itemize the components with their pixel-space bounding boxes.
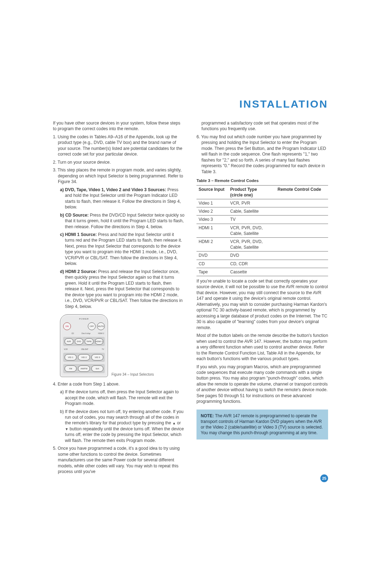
note-text: The AVR 147 remote is preprogrammed to o… (201, 413, 323, 436)
figure-34: POWER ON OFF MUTE CD Disc 6-chgr HDMI 2 (60, 314, 185, 377)
amfm-button-icon: AM/FM (78, 365, 90, 372)
table-row: CDCD, CDR (196, 260, 328, 268)
manual-page: INSTALLATION If you have other source de… (0, 0, 381, 588)
power-label: POWER (63, 317, 105, 320)
step-5: 5. Once you have programmed a code, it's… (53, 445, 185, 474)
two-column-layout: If you have other source devices in your… (53, 118, 328, 477)
step-3c-text: Press and hold the Input Selector until … (65, 232, 182, 266)
table-row: HDMI 1VCR, PVR, DVD, Cable, Satellite (196, 224, 328, 237)
off-button-icon: OFF (88, 322, 96, 330)
step-3: 3. This step places the remote in progra… (53, 167, 185, 184)
step-3b: b) CD Source: Press the DVD/CD Input Sel… (53, 212, 185, 230)
remote-illustration: POWER ON OFF MUTE CD Disc 6-chgr HDMI 2 (60, 314, 108, 377)
vid1-button-icon: VID 1 (65, 354, 77, 360)
step-4b-post: button repeatedly until the device turns… (65, 426, 184, 443)
step-3d: d) HDMI 2 Source: Press and release the … (53, 269, 185, 309)
table-3-title: Table 3 – Remote Control Codes (196, 178, 328, 184)
tiny-hdmi2: HDMI 2 (98, 332, 104, 335)
dvd-button-icon: DVD (75, 338, 84, 345)
table-row: TapeCassette (196, 268, 328, 276)
note-box: NOTE: The AVR 147 remote is preprogramme… (196, 410, 328, 440)
step-5-continued: programmed a satisfactory code set that … (196, 120, 328, 132)
triangle-down-icon: ▼ (65, 427, 68, 431)
step-4: 4. Enter a code from Step 1 above. (53, 381, 185, 387)
step-3b-label: b) CD Source: (60, 213, 89, 218)
tiny-cd: CD (72, 332, 74, 335)
step-3a-label: a) DVD, Tape, Video 1, Video 2 and Video… (60, 187, 166, 192)
th-source-input: Source Input (199, 187, 224, 192)
tiny-tv: TV (102, 348, 104, 351)
table-body: Video 1VCR, PVR Video 2Cable, Satellite … (196, 199, 328, 276)
vid2-button-icon: VID 2 (78, 354, 90, 360)
tiny-cbl: CBL/SAT (81, 348, 88, 351)
paragraph-no-code: If you're unable to locate a code set th… (196, 278, 328, 331)
table-row: Video 2Cable, Satellite (196, 207, 328, 216)
table-row: Video 3TV (196, 216, 328, 224)
th-remote-code: Remote Control Code (278, 187, 321, 192)
page-title: INSTALLATION (239, 97, 328, 111)
step-3d-label: d) HDMI 2 Source: (60, 269, 97, 274)
th-circle-one: (circle one) (230, 193, 253, 198)
figure-caption: Figure 34 – Input Selectors (111, 372, 154, 377)
step-3c-label: c) HDMI 1 Source: (60, 232, 97, 237)
step-4b-pre: b) If the device does not turn off, try … (60, 409, 183, 426)
xm-button-icon: XM (65, 365, 77, 372)
step-3c: c) HDMI 1 Source: Press and hold the Inp… (53, 232, 185, 267)
avr-button-icon: AVR (65, 338, 73, 345)
step-6: 6. You may find out which code number yo… (196, 134, 328, 175)
th-product-type: Product Type (230, 187, 257, 192)
table-row: HDMI 2VCR, PVR, DVD, Cable, Satellite (196, 238, 328, 251)
table-row: DVDDVD (196, 251, 328, 260)
paragraph-macros: If you wish, you may program Macros, whi… (196, 364, 328, 405)
page-number-badge: 25 (320, 474, 328, 482)
step-3a: a) DVD, Tape, Video 1, Video 2 and Video… (53, 187, 185, 210)
intro-paragraph: If you have other source devices in your… (53, 120, 185, 132)
step-2: 2. Turn on your source device. (53, 159, 185, 165)
mute-button-icon: MUTE (97, 322, 105, 330)
step-3d-text: Press and release the Input Selector onc… (65, 269, 182, 309)
6ch-button-icon: 6ch (91, 365, 103, 372)
right-column: programmed a satisfactory code set that … (196, 118, 328, 477)
triangle-up-icon: ▲ (172, 421, 176, 425)
note-label: NOTE: (201, 413, 214, 418)
hdmi1-button-icon: HDMI 1 (95, 338, 104, 345)
on-button-icon: ON (63, 322, 71, 330)
tape-button-icon: TAPE (85, 338, 93, 345)
step-4b: b) If the device does not turn off, try … (53, 409, 185, 444)
table-row: Video 1VCR, PVR (196, 199, 328, 207)
paragraph-button-labels: Most of the button labels on the remote … (196, 333, 328, 362)
left-column: If you have other source devices in your… (53, 118, 185, 477)
vid3-button-icon: VID 3 (91, 354, 103, 360)
step-1: 1. Using the codes in Tables A9–A16 of t… (53, 134, 185, 157)
tiny-disc: Disc 6-chgr (81, 332, 90, 335)
tiny-vcr: VCR (64, 348, 68, 351)
remote-control-codes-table: Source Input Product Type(circle one) Re… (196, 185, 328, 276)
table-header-row: Source Input Product Type(circle one) Re… (196, 185, 328, 199)
step-4a: a) If the device turns off, then press t… (53, 389, 185, 406)
